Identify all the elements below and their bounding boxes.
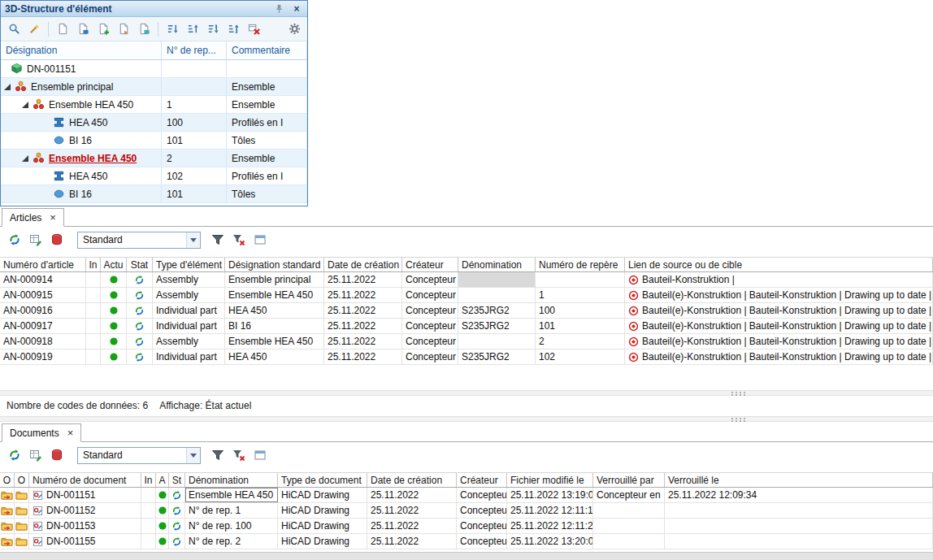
col-file-modified[interactable]: Fichier modifié le — [507, 473, 593, 487]
checkout-folder-icon[interactable] — [0, 488, 15, 502]
col-locked-by[interactable]: Verrouillé par — [593, 473, 665, 487]
edit-result-table-icon[interactable] — [27, 231, 45, 249]
panel-splitter[interactable] — [0, 416, 933, 422]
column-header-comment[interactable]: Commentaire — [227, 41, 307, 59]
structure-row[interactable]: Ensemble principal Ensemble — [1, 78, 307, 96]
filter-combobox[interactable]: Standard — [77, 447, 201, 464]
checkout-folder-icon[interactable] — [0, 534, 15, 549]
paste-icon[interactable] — [74, 20, 92, 38]
expander-icon[interactable] — [22, 155, 28, 162]
expander-icon[interactable] — [22, 102, 28, 108]
col-open1[interactable]: O — [0, 473, 15, 487]
structure-row[interactable]: BI 16 101 Tôles — [1, 185, 307, 203]
col-denomination[interactable]: Dénomination — [185, 473, 278, 487]
col-creator[interactable]: Créateur — [457, 473, 507, 487]
tab-articles[interactable]: Articles × — [2, 208, 64, 227]
expander-icon[interactable] — [4, 84, 11, 90]
sync-status-icon — [169, 534, 185, 549]
structure-row[interactable]: DN-001151 — [1, 60, 307, 78]
settings-gear-icon[interactable] — [285, 20, 303, 38]
col-in[interactable]: In — [141, 473, 156, 487]
sort-ascending-icon[interactable] — [163, 20, 181, 38]
splitter-grip-icon[interactable] — [731, 418, 745, 419]
col-document-type[interactable]: Type de document — [278, 473, 367, 487]
col-actu[interactable]: A — [156, 473, 169, 487]
refresh-icon[interactable] — [6, 231, 24, 249]
tab-close-icon[interactable]: × — [50, 212, 56, 223]
result-window-icon[interactable] — [251, 231, 269, 249]
col-element-type[interactable]: Type d'élément — [153, 258, 225, 271]
transfer-icon[interactable] — [135, 20, 153, 38]
copy-icon[interactable] — [54, 20, 72, 38]
structure-row[interactable]: HEA 450 102 Profilés en I — [1, 167, 307, 185]
tab-documents[interactable]: Documents × — [2, 423, 81, 442]
horizontal-scrollbar[interactable] — [0, 552, 933, 560]
checkout-folder-icon[interactable] — [0, 503, 15, 518]
remove-filter-icon[interactable] — [245, 20, 263, 38]
close-icon[interactable]: × — [290, 2, 303, 15]
document-row[interactable]: DN-001155 N° de rep. 2 HiCAD Drawing 25.… — [0, 534, 933, 549]
filter-icon[interactable] — [209, 231, 227, 249]
checkout-folder-icon[interactable] — [0, 519, 15, 533]
row-comment: Tôles — [227, 185, 307, 202]
edit-result-table-icon[interactable] — [27, 446, 45, 464]
insert-part-icon[interactable] — [94, 20, 112, 38]
document-row[interactable]: DN-001151 Ensemble HEA 450 HiCAD Drawing… — [0, 488, 933, 503]
col-stat[interactable]: Stat — [127, 258, 153, 271]
col-creation-date[interactable]: Date de création — [367, 473, 457, 487]
col-link[interactable]: Lien de source ou de cible — [625, 258, 933, 271]
panel-splitter[interactable] — [0, 390, 933, 396]
col-stat[interactable]: St — [169, 473, 185, 487]
open-folder-icon[interactable] — [15, 503, 29, 518]
chevron-down-icon[interactable] — [186, 448, 200, 463]
article-row[interactable]: AN-000918 Assembly Ensemble HEA 450 25.1… — [0, 334, 933, 349]
open-folder-icon[interactable] — [15, 519, 29, 533]
structure-row[interactable]: BI 16 101 Tôles — [1, 132, 307, 150]
export-icon[interactable] — [115, 20, 132, 38]
col-document-number[interactable]: Numéro de document — [29, 473, 141, 487]
col-creator[interactable]: Créateur — [402, 258, 458, 271]
col-actu[interactable]: Actu — [101, 258, 127, 271]
structure-row-highlighted[interactable]: Ensemble HEA 450 2 Ensemble — [1, 150, 307, 167]
refresh-icon[interactable] — [6, 446, 24, 464]
article-row[interactable]: AN-000916 Individual part HEA 450 25.11.… — [0, 303, 933, 319]
cell-locked-by — [593, 503, 665, 518]
structure-row[interactable]: Ensemble HEA 450 1 Ensemble — [1, 96, 307, 114]
col-article-number[interactable]: Numéro d'article — [0, 258, 86, 271]
col-locked-on[interactable]: Verrouillé le — [665, 473, 933, 487]
article-row[interactable]: AN-000917 Individual part BI 16 25.11.20… — [0, 319, 933, 334]
open-folder-icon[interactable] — [15, 488, 29, 502]
database-icon[interactable] — [48, 231, 66, 249]
tab-close-icon[interactable]: × — [67, 428, 74, 438]
edit-wand-icon[interactable] — [25, 20, 43, 38]
col-creation-date[interactable]: Date de création — [324, 258, 402, 271]
document-row[interactable]: DN-001152 N° de rep. 1 HiCAD Drawing 25.… — [0, 503, 933, 519]
column-header-rep[interactable]: N° de rep... — [162, 41, 227, 59]
col-standard-designation[interactable]: Désignation standard — [225, 258, 324, 271]
splitter-grip-icon[interactable] — [731, 392, 745, 393]
sort-descending-icon[interactable] — [184, 20, 202, 38]
article-row[interactable]: AN-000919 Individual part HEA 450 25.11.… — [0, 349, 933, 365]
article-row[interactable]: AN-000914 Assembly Ensemble principal 25… — [0, 272, 933, 288]
sort-custom-icon[interactable] — [224, 20, 242, 38]
search-icon[interactable] — [5, 20, 23, 38]
open-folder-icon[interactable] — [15, 534, 29, 549]
clear-filter-icon[interactable] — [230, 446, 248, 464]
column-header-designation[interactable]: Désignation — [1, 41, 162, 59]
pin-icon[interactable] — [272, 2, 285, 15]
col-denomination[interactable]: Dénomination — [458, 258, 536, 271]
structure-panel-titlebar[interactable]: 3D-Structure d'élément × — [1, 1, 307, 17]
col-in[interactable]: In — [86, 258, 101, 271]
col-item-number[interactable]: Numéro de repère — [536, 258, 625, 271]
document-row[interactable]: DN-001153 N° de rep. 100 HiCAD Drawing 2… — [0, 519, 933, 534]
result-window-icon[interactable] — [251, 446, 269, 464]
database-icon[interactable] — [48, 446, 66, 464]
chevron-down-icon[interactable] — [186, 232, 200, 248]
article-row[interactable]: AN-000915 Assembly Ensemble HEA 450 25.1… — [0, 288, 933, 303]
sort-multi-icon[interactable] — [204, 20, 222, 38]
structure-row[interactable]: HEA 450 100 Profilés en I — [1, 114, 307, 132]
filter-icon[interactable] — [209, 446, 227, 464]
col-open2[interactable]: O — [15, 473, 29, 487]
clear-filter-icon[interactable] — [230, 231, 248, 249]
filter-combobox[interactable]: Standard — [77, 232, 201, 249]
